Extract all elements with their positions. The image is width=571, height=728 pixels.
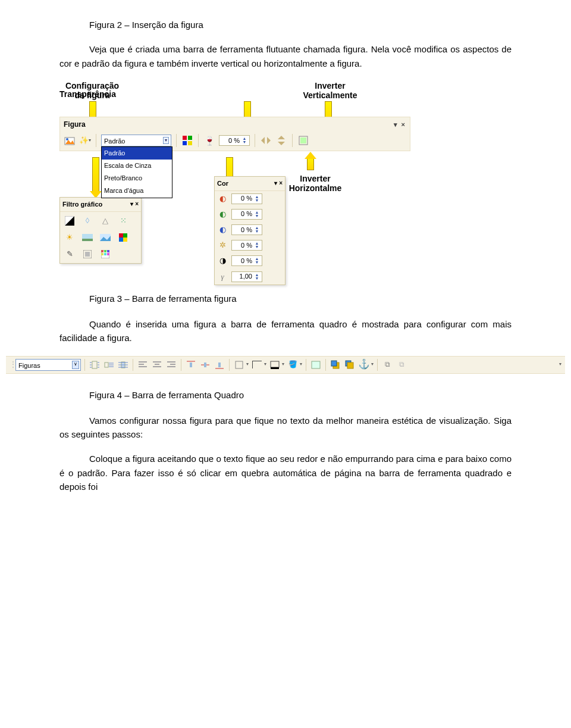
valign-top-icon[interactable] [185, 359, 197, 371]
unlink-frames-icon[interactable]: ⧉ [396, 359, 407, 371]
graphics-mode-option[interactable]: Marca d'água [102, 185, 172, 197]
border-style-icon[interactable] [251, 359, 263, 371]
label-inverter-vertical: InverterVerticalmente [297, 81, 363, 100]
graphics-mode-option[interactable]: Escala de Cinza [102, 160, 172, 172]
svg-marker-7 [261, 137, 265, 144]
toolbar-grip[interactable]: ⋮ [10, 359, 13, 370]
chevron-down-icon[interactable]: ▾ × [130, 199, 139, 210]
svg-rect-6 [188, 141, 192, 145]
frame-style-combo[interactable]: Figuras ∨ [15, 359, 81, 371]
svg-rect-57 [190, 363, 192, 367]
color-icon[interactable] [181, 135, 193, 146]
flip-vertical-icon[interactable] [275, 135, 287, 146]
transparency-spin[interactable]: 0 % ▲▼ [219, 135, 250, 146]
figura-toolbar-titlebar[interactable]: Figura ▾ × [60, 117, 410, 132]
chevron-down-icon[interactable]: ▾ × [274, 179, 283, 189]
filter-aging-icon[interactable] [80, 231, 95, 244]
figura-toolbar-title: Figura [64, 119, 86, 130]
cor-palette[interactable]: Cor ▾ × ◐0 %▲▼ ◐0 %▲▼ ◐0 %▲▼ ✲0 %▲▼ ◑0 %… [214, 176, 286, 285]
paragraph-2: Quando é inserida uma figura a barra de … [59, 317, 512, 345]
chevron-down-icon[interactable]: ∨ [72, 361, 79, 369]
filter-noise-icon[interactable]: ⁙ [116, 214, 130, 227]
wrap-page-icon[interactable] [103, 359, 115, 371]
graphics-mode-value: Padrão [104, 138, 125, 145]
chevron-down-icon[interactable]: ▾ [371, 361, 374, 368]
svg-rect-20 [123, 233, 127, 238]
wrap-through-icon[interactable] [117, 359, 129, 371]
green-channel-icon: ◐ [217, 208, 228, 220]
filter-popart-icon[interactable] [116, 231, 130, 244]
from-file-icon[interactable] [64, 135, 76, 146]
red-channel-icon: ◐ [217, 193, 228, 205]
align-center-icon[interactable] [151, 359, 163, 371]
chevron-down-icon[interactable]: ▾ [282, 361, 284, 368]
svg-rect-12 [300, 138, 306, 143]
svg-rect-32 [92, 361, 97, 368]
transparency-value: 0 % [221, 136, 241, 146]
caption-fig3: Figura 3 – Barra de ferramenta figura [89, 292, 512, 305]
filter-charcoal-icon[interactable]: ✎ [62, 248, 77, 261]
graphics-mode-list[interactable]: Padrão Escala de Cinza Preto/Branco Marc… [101, 146, 172, 198]
red-spin[interactable]: 0 %▲▼ [231, 193, 262, 204]
filter-dropdown-icon[interactable]: ✨▾ [79, 135, 91, 146]
filtro-grafico-palette[interactable]: Filtro gráfico ▾ × ◊ △ ⁙ ☀ ✎ [59, 197, 142, 264]
svg-rect-3 [183, 136, 187, 140]
background-color-icon[interactable]: 🪣 [287, 359, 299, 371]
link-frames-icon[interactable]: ⧉ [381, 359, 393, 371]
figura-toolbar-controls[interactable]: ▾ × [394, 120, 406, 130]
blue-spin[interactable]: 0 %▲▼ [231, 224, 262, 235]
filter-poster-icon[interactable] [98, 231, 112, 244]
cor-row: γ1,00▲▼ [215, 269, 285, 285]
toolbar-overflow-icon[interactable]: ▾ [559, 361, 561, 368]
filter-solarize-icon[interactable]: ☀ [62, 231, 77, 244]
svg-rect-61 [218, 363, 221, 367]
frame-style-value: Figuras [18, 362, 40, 369]
graphics-mode-option[interactable]: Preto/Branco [102, 172, 172, 185]
anchor-icon[interactable]: ⚓ [358, 359, 370, 371]
graphics-mode-combo[interactable]: Padrão ▾ Padrão Escala de Cinza Preto/Br… [101, 135, 171, 146]
chevron-down-icon[interactable]: ▾ [264, 361, 266, 368]
svg-rect-62 [236, 361, 243, 368]
svg-rect-30 [104, 253, 106, 255]
send-back-icon[interactable] [344, 359, 356, 371]
filter-relief-icon[interactable] [80, 248, 95, 261]
svg-rect-31 [107, 253, 109, 255]
align-left-icon[interactable] [137, 359, 149, 371]
chevron-down-icon[interactable]: ▾ [246, 361, 249, 368]
frame-properties-icon[interactable] [297, 135, 309, 146]
graphics-mode-option[interactable]: Padrão [102, 147, 172, 160]
align-right-icon[interactable] [165, 359, 177, 371]
quadro-toolbar: ⋮ Figuras ∨ ▾ ▾ ▾ 🪣▾ ⚓▾ ⧉ ⧉ ▾ [6, 356, 565, 374]
brightness-icon: ✲ [217, 239, 228, 251]
svg-rect-16 [82, 239, 93, 241]
transparency-icon[interactable]: 🍷 [203, 135, 215, 146]
gamma-spin[interactable]: 1,00▲▼ [231, 271, 262, 282]
svg-rect-21 [119, 238, 123, 242]
border-color-icon[interactable] [269, 359, 281, 371]
cor-row: ✲0 %▲▼ [215, 238, 285, 253]
valign-bottom-icon[interactable] [214, 359, 225, 371]
bring-front-icon[interactable] [330, 359, 341, 371]
wrap-off-icon[interactable] [89, 359, 101, 371]
contrast-spin[interactable]: 0 %▲▼ [231, 255, 262, 266]
gamma-icon: γ [217, 271, 228, 283]
chevron-down-icon[interactable]: ▾ [300, 361, 302, 368]
green-spin[interactable]: 0 %▲▼ [231, 209, 262, 220]
valign-center-icon[interactable] [199, 359, 211, 371]
filtro-title: Filtro gráfico [62, 199, 102, 210]
caption-fig2: Figura 2 – Inserção da figura [59, 18, 512, 32]
flip-horizontal-icon[interactable] [260, 135, 272, 146]
filter-mosaic-icon[interactable] [98, 248, 112, 261]
chevron-down-icon[interactable]: ▾ [163, 137, 169, 144]
svg-rect-65 [312, 361, 320, 368]
svg-marker-10 [278, 142, 285, 145]
paragraph-3: Vamos configurar nossa figura para que f… [59, 414, 512, 442]
filter-sharpen-icon[interactable]: △ [98, 214, 112, 227]
borders-icon[interactable] [233, 359, 245, 371]
frame-props-icon[interactable] [310, 359, 322, 371]
cor-title: Cor [217, 179, 228, 189]
filter-invert-icon[interactable] [62, 214, 77, 227]
spin-buttons[interactable]: ▲▼ [241, 137, 248, 144]
bright-spin[interactable]: 0 %▲▼ [231, 240, 262, 251]
filter-smooth-icon[interactable]: ◊ [80, 214, 95, 227]
